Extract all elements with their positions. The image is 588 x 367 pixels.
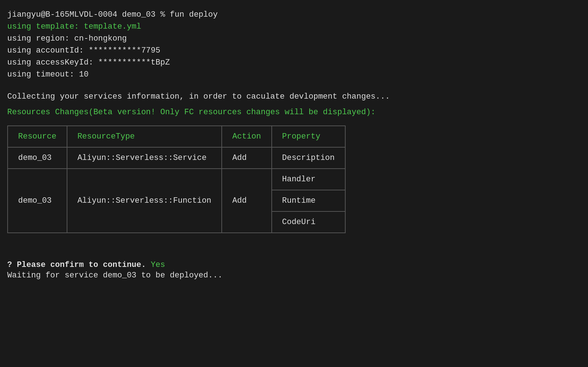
row2-property-handler: Handler bbox=[272, 169, 345, 190]
row2-property-runtime: Runtime bbox=[272, 190, 345, 211]
col-header-property: Property bbox=[272, 126, 345, 147]
row1-action: Add bbox=[222, 147, 271, 169]
account-line: using accountId: ***********7795 bbox=[7, 45, 581, 57]
row2-resource-type: Aliyun::Serverless::Function bbox=[67, 169, 222, 233]
terminal-window: jiangyu@B-165MLVDL-0004 demo_03 % fun de… bbox=[7, 9, 581, 281]
waiting-line: Waiting for service demo_03 to be deploy… bbox=[7, 269, 581, 281]
confirm-line: ? Please confirm to continue. Yes bbox=[7, 260, 581, 269]
col-header-resource-type: ResourceType bbox=[67, 126, 222, 147]
collecting-line: Collecting your services information, in… bbox=[7, 91, 581, 103]
row1-property-description: Description bbox=[272, 147, 345, 169]
template-line: using template: template.yml bbox=[7, 21, 581, 33]
confirm-prefix: ? Please confirm to continue. bbox=[7, 260, 146, 269]
row2-action: Add bbox=[222, 169, 271, 233]
timeout-line: using timeout: 10 bbox=[7, 69, 581, 81]
table-header-row: Resource ResourceType Action Property bbox=[8, 126, 345, 147]
access-key-line: using accessKeyId: ***********tBpZ bbox=[7, 57, 581, 69]
row1-resource: demo_03 bbox=[8, 147, 67, 169]
col-header-resource: Resource bbox=[8, 126, 67, 147]
row2-resource: demo_03 bbox=[8, 169, 67, 233]
confirm-yes: Yes bbox=[151, 260, 165, 269]
col-header-action: Action bbox=[222, 126, 271, 147]
table-row: demo_03 Aliyun::Serverless::Function Add… bbox=[8, 169, 345, 190]
table-row: demo_03 Aliyun::Serverless::Service Add … bbox=[8, 147, 345, 169]
resources-table-wrapper: Resource ResourceType Action Property de… bbox=[7, 125, 346, 233]
row2-property-codeuri: CodeUri bbox=[272, 211, 345, 233]
resources-line: Resources Changes(Beta version! Only FC … bbox=[7, 106, 581, 118]
prompt-line: jiangyu@B-165MLVDL-0004 demo_03 % fun de… bbox=[7, 9, 581, 21]
row1-resource-type: Aliyun::Serverless::Service bbox=[67, 147, 222, 169]
resources-table: Resource ResourceType Action Property de… bbox=[7, 125, 346, 233]
region-line: using region: cn-hongkong bbox=[7, 33, 581, 45]
